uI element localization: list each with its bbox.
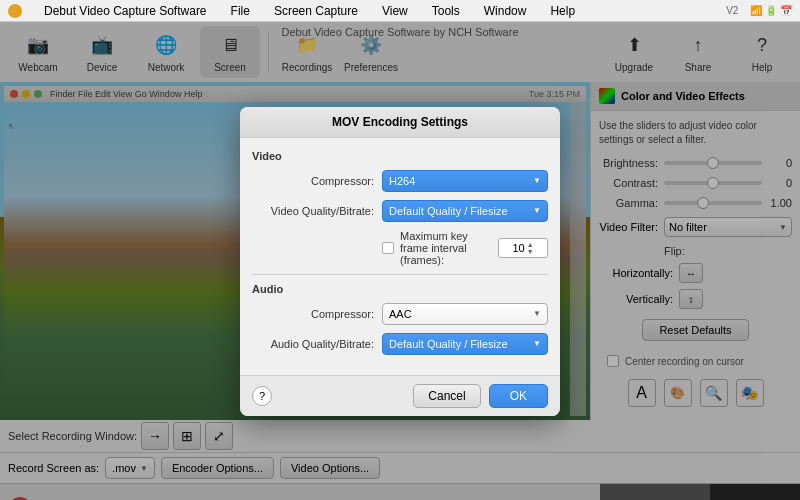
keyframe-checkbox[interactable] bbox=[382, 242, 394, 254]
keyframe-stepper[interactable]: ▲ ▼ bbox=[527, 241, 534, 255]
stepper-down[interactable]: ▼ bbox=[527, 248, 534, 255]
keyframe-value: 10 bbox=[512, 242, 524, 254]
audio-compressor-label: Compressor: bbox=[252, 308, 382, 320]
cancel-button[interactable]: Cancel bbox=[413, 384, 480, 408]
modal-help-button[interactable]: ? bbox=[252, 386, 272, 406]
modal-title: MOV Encoding Settings bbox=[332, 115, 468, 129]
compressor-label: Compressor: bbox=[252, 175, 382, 187]
compressor-dropdown[interactable]: H264 ▼ bbox=[382, 170, 548, 192]
system-icons: 📶 🔋 📅 bbox=[750, 5, 792, 16]
audio-compressor-dropdown[interactable]: AAC ▼ bbox=[382, 303, 548, 325]
compressor-arrow: ▼ bbox=[533, 176, 541, 185]
ok-button[interactable]: OK bbox=[489, 384, 548, 408]
menu-app[interactable]: Debut Video Capture Software bbox=[38, 4, 213, 18]
quality-label: Video Quality/Bitrate: bbox=[252, 205, 382, 217]
menu-help[interactable]: Help bbox=[544, 4, 581, 18]
version-badge: V2 bbox=[726, 5, 738, 16]
modal-title-bar: MOV Encoding Settings bbox=[240, 107, 560, 138]
quality-dropdown[interactable]: Default Quality / Filesize ▼ bbox=[382, 200, 548, 222]
stepper-up[interactable]: ▲ bbox=[527, 241, 534, 248]
audio-compressor-arrow: ▼ bbox=[533, 309, 541, 318]
menu-tools[interactable]: Tools bbox=[426, 4, 466, 18]
modal-dialog: MOV Encoding Settings Video Compressor: … bbox=[240, 107, 560, 416]
audio-compressor-value: AAC bbox=[389, 308, 412, 320]
app-icon bbox=[8, 4, 22, 18]
audio-quality-arrow: ▼ bbox=[533, 339, 541, 348]
modal-overlay: MOV Encoding Settings Video Compressor: … bbox=[0, 22, 800, 500]
quality-value: Default Quality / Filesize bbox=[389, 205, 508, 217]
keyframe-label: Maximum key frame interval (frames): bbox=[400, 230, 490, 266]
modal-divider bbox=[252, 274, 548, 275]
audio-section-header: Audio bbox=[252, 283, 548, 295]
audio-compressor-row: Compressor: AAC ▼ bbox=[252, 303, 548, 325]
modal-footer: ? Cancel OK bbox=[240, 375, 560, 416]
menu-screen-capture[interactable]: Screen Capture bbox=[268, 4, 364, 18]
audio-quality-dropdown[interactable]: Default Quality / Filesize ▼ bbox=[382, 333, 548, 355]
audio-quality-row: Audio Quality/Bitrate: Default Quality /… bbox=[252, 333, 548, 355]
quality-row: Video Quality/Bitrate: Default Quality /… bbox=[252, 200, 548, 222]
menu-bar: Debut Video Capture Software File Screen… bbox=[0, 0, 800, 22]
audio-quality-label: Audio Quality/Bitrate: bbox=[252, 338, 382, 350]
menu-view[interactable]: View bbox=[376, 4, 414, 18]
keyframe-row: Maximum key frame interval (frames): 10 … bbox=[252, 230, 548, 266]
compressor-row: Compressor: H264 ▼ bbox=[252, 170, 548, 192]
video-section-header: Video bbox=[252, 150, 548, 162]
quality-arrow: ▼ bbox=[533, 206, 541, 215]
keyframe-input[interactable]: 10 ▲ ▼ bbox=[498, 238, 548, 258]
menu-window[interactable]: Window bbox=[478, 4, 533, 18]
menu-file[interactable]: File bbox=[225, 4, 256, 18]
modal-body: Video Compressor: H264 ▼ Video Quality/B… bbox=[240, 138, 560, 375]
compressor-value: H264 bbox=[389, 175, 415, 187]
audio-quality-value: Default Quality / Filesize bbox=[389, 338, 508, 350]
